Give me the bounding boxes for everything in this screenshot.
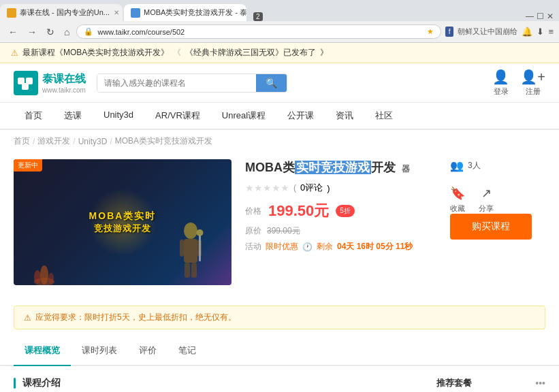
nav-open[interactable]: 公开课 — [276, 103, 325, 129]
tab1-close[interactable]: ✕ — [114, 9, 119, 16]
tab-list[interactable]: 课时列表 — [71, 336, 128, 365]
close-window-icon[interactable]: ✕ — [547, 12, 554, 21]
svg-point-12 — [34, 270, 41, 284]
logo-en: www.taikr.com — [42, 86, 86, 94]
breadcrumb-unity3d[interactable]: Unity3D — [78, 137, 108, 146]
tab2-label: MOBA类实时竞技游戏开发 - 泰课... — [144, 7, 246, 18]
announcement-bar: ⚠ 最新课程《MOBA类实时竞技游戏开发》 《 《经典卡牌游戏三国无双》已发布了… — [0, 43, 559, 63]
title-suffix: 开发 — [371, 161, 396, 174]
login-button[interactable]: 👤 登录 — [492, 69, 509, 97]
header-actions: 👤 登录 👤+ 注册 — [492, 69, 545, 97]
nav-home[interactable]: 首页 — [14, 103, 53, 129]
svg-rect-9 — [199, 234, 201, 261]
maximize-icon[interactable]: ☐ — [537, 12, 544, 21]
logo-area[interactable]: 泰课在线 www.taikr.com — [14, 71, 86, 95]
breadcrumb-current: MOBA类实时竞技游戏开发 — [115, 135, 212, 147]
price-original: 399.00元 — [267, 225, 300, 237]
star-icon[interactable]: ★ — [427, 27, 434, 36]
timer-value: 04天 16时 05分 11秒 — [337, 241, 413, 252]
tab-overview[interactable]: 课程概览 — [14, 336, 71, 366]
menu-icon[interactable]: ≡ — [548, 27, 554, 37]
course-actions: 🔖 收藏 ↗ 分享 — [450, 186, 545, 214]
address-bar[interactable]: 🔒 www.taikr.com/course/502 ★ — [76, 24, 441, 39]
svg-point-14 — [48, 273, 54, 284]
download-icon[interactable]: ⬇ — [537, 27, 544, 37]
breadcrumb-sep3: / — [110, 137, 112, 146]
course-right: 👥 3人 🔖 收藏 ↗ 分享 购买课程 — [450, 159, 545, 285]
browser-tabs: 泰课在线 - 国内专业的Un... ✕ MOBA类实时竞技游戏开发 - 泰课..… — [0, 0, 559, 21]
audience-icon: 👥 — [450, 159, 464, 172]
stars: ★★★★★ — [245, 182, 289, 193]
nav-community[interactable]: 社区 — [364, 103, 404, 129]
forward-button[interactable]: → — [25, 25, 39, 39]
share-button[interactable]: ↗ 分享 — [479, 186, 494, 214]
browser-tab-1[interactable]: 泰课在线 - 国内专业的Un... ✕ — [0, 4, 123, 21]
reload-button[interactable]: ↻ — [44, 25, 57, 39]
lock-icon: 🔒 — [84, 27, 93, 36]
add-user-icon: 👤+ — [520, 69, 545, 85]
tab1-label: 泰课在线 - 国内专业的Un... — [20, 7, 110, 18]
bookmark-icon: 🔖 — [450, 186, 465, 201]
breadcrumb-home[interactable]: 首页 — [14, 135, 30, 147]
breadcrumb-sep2: / — [73, 137, 75, 146]
social-text: 朝鲜又让中国崩给 — [458, 27, 517, 37]
breadcrumb-sep1: / — [33, 137, 35, 146]
nav-unity3d[interactable]: Unity3d — [93, 103, 144, 129]
browser-toolbar: ← → ↻ ⌂ 🔒 www.taikr.com/course/502 ★ f 朝… — [0, 21, 559, 43]
buy-button[interactable]: 购买课程 — [450, 214, 532, 240]
title-icon: 器 — [402, 164, 410, 174]
site-header: 泰课在线 www.taikr.com 🔍 👤 登录 👤+ 注册 — [0, 63, 559, 103]
title-prefix: MOBA类 — [245, 161, 295, 174]
announcement-prefix[interactable]: 最新课程《MOBA类实时竞技游戏开发》 — [22, 47, 169, 59]
activity-type: 限时优惠 — [266, 241, 298, 252]
nav-news[interactable]: 资讯 — [325, 103, 364, 129]
svg-rect-5 — [180, 240, 184, 257]
rec-title: 推荐套餐 — [436, 377, 472, 389]
search-input[interactable] — [97, 74, 256, 92]
tab-review[interactable]: 评价 — [128, 336, 167, 365]
register-button[interactable]: 👤+ 注册 — [520, 69, 545, 97]
activity-label: 活动 — [245, 241, 261, 252]
search-bar: 🔍 — [97, 74, 287, 93]
login-label: 登录 — [494, 86, 509, 97]
original-label: 原价 — [245, 225, 261, 237]
announcement-suffix[interactable]: 《经典卡牌游戏三国无双》已发布了 — [185, 47, 316, 59]
user-icon: 👤 — [492, 69, 509, 85]
svg-rect-2 — [22, 83, 29, 90]
audience: 👥 3人 — [450, 159, 545, 172]
rec-more-icon[interactable]: ••• — [535, 378, 545, 389]
tab-notes[interactable]: 笔记 — [167, 336, 207, 365]
nav-select[interactable]: 选课 — [53, 103, 93, 129]
logo-icon — [14, 71, 38, 95]
price-row: 价格 199.50元 5折 — [245, 201, 436, 221]
activity-row: 活动 限时优惠 🕐 剩余 04天 16时 05分 11秒 — [245, 241, 436, 252]
tab-count: 2 — [253, 12, 263, 21]
nav-arvr[interactable]: AR/VR课程 — [144, 103, 211, 129]
breadcrumb-gamedev[interactable]: 游戏开发 — [37, 135, 70, 147]
notifications-icon[interactable]: 🔔 — [522, 27, 532, 37]
svg-point-10 — [197, 229, 204, 236]
rec-header: 推荐套餐 ••• — [436, 377, 545, 389]
minimize-icon[interactable]: — — [526, 12, 534, 21]
svg-rect-7 — [185, 263, 190, 278]
price-current: 199.50元 — [268, 201, 329, 221]
back-button[interactable]: ← — [5, 25, 20, 39]
alert-text: 应觉得要求：限时打折5天，史上最低折扣，绝无仅有。 — [35, 312, 236, 323]
price-original-row: 原价 399.00元 — [245, 225, 436, 237]
address-text: www.taikr.com/course/502 — [97, 28, 422, 36]
home-button[interactable]: ⌂ — [61, 25, 72, 39]
collect-button[interactable]: 🔖 收藏 — [450, 186, 465, 214]
game-visual: MOBA类实时 竞技游戏开发 — [89, 210, 157, 235]
search-button[interactable]: 🔍 — [256, 74, 287, 92]
browser-tab-2[interactable]: MOBA类实时竞技游戏开发 - 泰课... ✕ — [124, 4, 246, 21]
sidebar-recommendation: 推荐套餐 ••• — [436, 377, 545, 392]
svg-rect-4 — [184, 239, 197, 263]
svg-point-13 — [40, 265, 48, 284]
announcement-icon: ⚠ — [11, 48, 18, 58]
rating-close: ) — [327, 183, 330, 193]
course-title: MOBA类实时竞技游戏开发 器 — [245, 159, 436, 176]
register-label: 注册 — [526, 86, 541, 97]
tab2-favicon — [131, 8, 140, 18]
nav-unreal[interactable]: Unreal课程 — [211, 103, 276, 129]
site-wrapper: ⚠ 最新课程《MOBA类实时竞技游戏开发》 《 《经典卡牌游戏三国无双》已发布了… — [0, 43, 559, 392]
